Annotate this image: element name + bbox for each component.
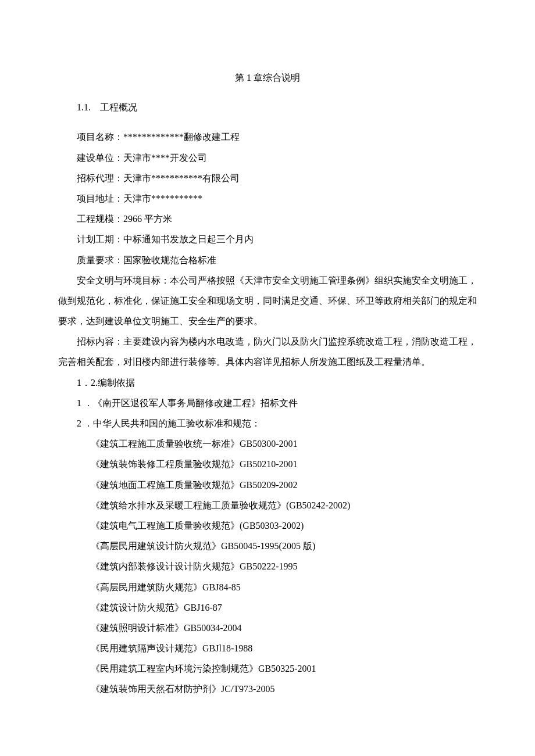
basis-item-1: 1 ．《南开区退役军人事务局翻修改建工程》招标文件 [58,393,477,413]
standard-line: 《高层民用建筑防火规范》GBJ84-85 [58,577,477,597]
project-scale-line: 工程规模：2966 平方米 [58,209,477,229]
project-address-line: 项目地址：天津市*********** [58,188,477,209]
standard-line: 《建筑内部装修设计设计防火规范》GB50222-1995 [58,556,477,576]
basis-item-2: 2 ．中华人民共和国的施工验收标准和规范： [58,413,477,433]
standard-line: 《建筑照明设计标准》GB50034-2004 [58,618,477,638]
standard-line: 《民用建筑隔声设计规范》GBJl18-1988 [58,638,477,658]
standard-line: 《建筑地面工程施工质量验收规范》GB50209-2002 [58,475,477,495]
construction-unit-line: 建设单位：天津市****开发公司 [58,148,477,168]
document-page: 第 1 章综合说明 1.1. 工程概况 项目名称：*************翻修… [0,0,535,756]
bidding-agent-line: 招标代理：天津市***********有限公司 [58,168,477,188]
section-1-2-heading: 1．2.编制依据 [58,372,477,393]
quality-requirement-line: 质量要求：国家验收规范合格标准 [58,250,477,270]
standard-line: 《建筑装饰装修工程质量验收规范》GB50210-2001 [58,454,477,474]
chapter-title: 第 1 章综合说明 [58,67,477,88]
standard-line: 《建筑装饰用天然石材防护剂》JC/T973-2005 [58,679,477,699]
bid-content-paragraph: 招标内容：主要建设内容为楼内水电改造，防火门以及防火门监控系统改造工程，消防改造… [58,331,477,372]
standard-line: 《建筑工程施工质量验收统一标准》GB50300-2001 [58,433,477,454]
standard-line: 《高层民用建筑设计防火规范》GB50045-1995(2005 版) [58,536,477,556]
safety-paragraph: 安全文明与环境目标：本公司严格按照《天津市安全文明施工管理条例》组织实施安全文明… [58,270,477,332]
standard-line: 《建筑电气工程施工质量验收规范》(GB50303-2002) [58,515,477,536]
standard-line: 《建筑设计防火规范》GBJ16-87 [58,597,477,618]
section-1-1-heading: 1.1. 工程概况 [58,97,477,117]
standard-line: 《建筑给水排水及采暖工程施工质量验收规范》(GB50242-2002) [58,495,477,515]
project-name-line: 项目名称：*************翻修改建工程 [58,127,477,147]
planned-duration-line: 计划工期：中标通知书发放之日起三个月内 [58,229,477,249]
standard-line: 《民用建筑工程室内环境污染控制规范》GB50325-2001 [58,658,477,679]
